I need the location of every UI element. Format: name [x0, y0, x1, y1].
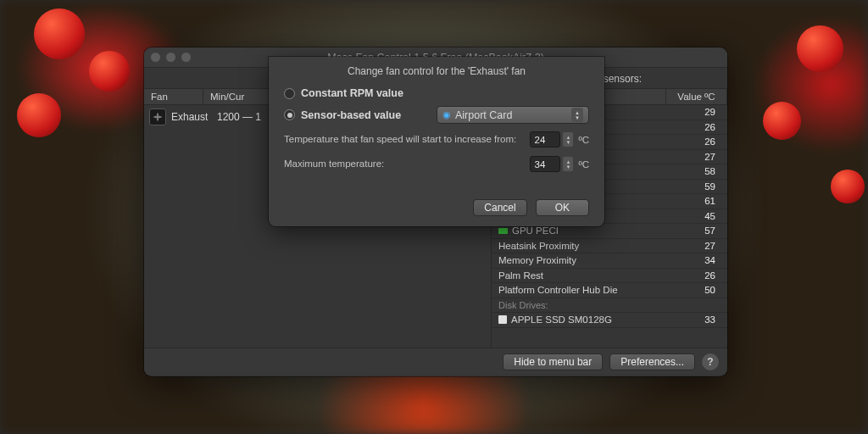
stepper-buttons[interactable]: ▲▼ — [563, 132, 573, 147]
col-fan[interactable]: Fan — [144, 89, 203, 104]
sensor-value: 26 — [670, 122, 721, 132]
sensor-row[interactable]: APPLE SSD SM0128G33 — [492, 313, 727, 328]
sensor-value: 26 — [670, 270, 721, 281]
sensor-name: Platform Controller Hub Die — [498, 285, 670, 295]
sensor-row[interactable]: Palm Rest26 — [492, 269, 727, 284]
chevron-updown-icon: ▲▼ — [571, 108, 583, 122]
sensor-value: 34 — [670, 255, 721, 265]
sensor-value: 26 — [670, 136, 721, 147]
fan-name: Exhaust — [171, 111, 212, 123]
sensor-row[interactable]: Platform Controller Hub Die50 — [492, 283, 727, 298]
preferences-button[interactable]: Preferences... — [609, 353, 695, 370]
sensor-value: 57 — [670, 225, 721, 236]
sensor-value: 29 — [670, 107, 721, 117]
unit-label: ºC — [578, 159, 589, 170]
wifi-icon: ◉ — [442, 109, 451, 120]
sensor-name: GPU PECI — [498, 225, 670, 236]
dropdown-value: Airport Card — [455, 109, 512, 121]
fan-rpm: 1200 — 1 — [217, 111, 261, 123]
sensor-value: 33 — [670, 314, 721, 325]
stepper-buttons[interactable]: ▲▼ — [563, 157, 573, 171]
sensor-row[interactable]: Heatsink Proximity27 — [492, 239, 727, 254]
sensor-value: 61 — [670, 196, 721, 206]
fan-icon — [149, 108, 166, 125]
sensor-value: 45 — [670, 211, 721, 221]
radio-unselected-icon[interactable] — [284, 88, 295, 99]
max-temp-label: Maximum temperature: — [284, 158, 530, 170]
gpu-icon — [498, 228, 508, 234]
start-temp-stepper[interactable]: 24 — [530, 131, 560, 147]
option-sensor-label: Sensor-based value — [301, 109, 401, 121]
sensor-value: 27 — [670, 152, 721, 162]
unit-label: ºC — [578, 135, 589, 145]
start-temp-label: Temperature that fan speed will start to… — [284, 133, 530, 146]
max-temp-stepper[interactable]: 34 — [530, 156, 560, 172]
option-sensor-based[interactable]: Sensor-based value ◉ Airport Card ▲▼ — [284, 106, 589, 124]
sensor-dropdown[interactable]: ◉ Airport Card ▲▼ — [437, 106, 589, 124]
disk-icon — [498, 315, 507, 324]
svg-point-0 — [157, 116, 159, 119]
col-sensor-value[interactable]: Value ºC — [666, 89, 727, 104]
sensor-name: Heatsink Proximity — [498, 241, 670, 251]
footer: Hide to menu bar Preferences... ? — [144, 348, 727, 375]
sensor-row[interactable]: Memory Proximity34 — [492, 253, 727, 269]
sensor-name: APPLE SSD SM0128G — [498, 314, 670, 325]
sensor-name: Memory Proximity — [498, 255, 670, 265]
sensor-value: 59 — [670, 181, 721, 192]
cancel-button[interactable]: Cancel — [473, 199, 526, 216]
option-constant-label: Constant RPM value — [301, 87, 403, 99]
option-constant-rpm[interactable]: Constant RPM value — [284, 87, 589, 99]
sensor-name: Palm Rest — [498, 270, 670, 281]
sensor-category: Disk Drives: — [492, 298, 727, 314]
help-button[interactable]: ? — [702, 353, 719, 370]
fan-control-dialog: Change fan control for the 'Exhaust' fan… — [269, 57, 604, 226]
sensor-value: 27 — [670, 241, 721, 251]
radio-selected-icon[interactable] — [284, 109, 295, 120]
sensor-value: 58 — [670, 166, 721, 176]
ok-button[interactable]: OK — [536, 199, 589, 216]
sensor-value: 50 — [670, 285, 721, 295]
hide-to-menubar-button[interactable]: Hide to menu bar — [503, 353, 603, 370]
dialog-heading: Change fan control for the 'Exhaust' fan — [284, 65, 589, 77]
